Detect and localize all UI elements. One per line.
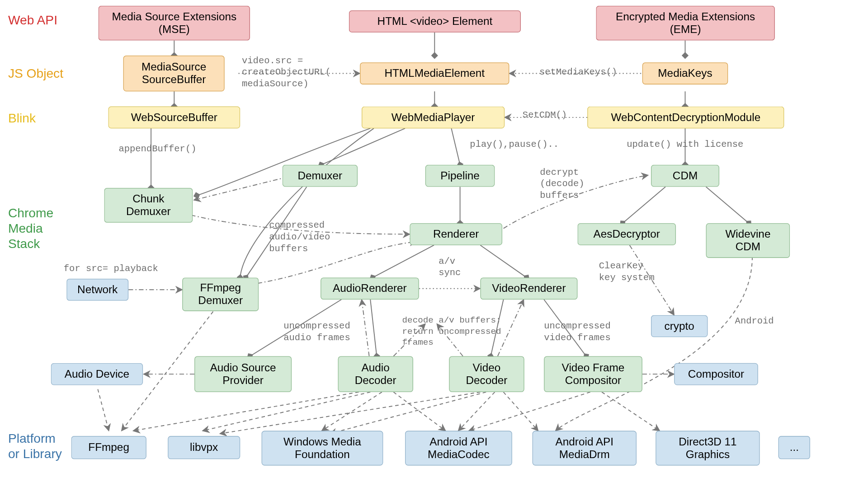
box-htmlmediaelement: HTMLMediaElement: [360, 62, 509, 84]
edge-compressed-buffers: compressed audio/video buffers: [269, 220, 330, 254]
svg-line-16: [706, 187, 749, 223]
svg-line-40: [330, 392, 486, 434]
box-wcd: WebContentDecryptionModule: [587, 107, 784, 129]
box-audiosourceprovider: Audio Source Provider: [194, 356, 292, 392]
edge-setmediakeys: setMediaKeys(): [539, 66, 617, 78]
box-websourcebuffer: WebSourceBuffer: [108, 107, 240, 129]
box-audiodevice: Audio Device: [51, 363, 143, 385]
svg-line-43: [469, 392, 590, 431]
edge-uncompressed-video: uncompressed video frames: [544, 320, 610, 343]
box-eme: Encrypted Media Extensions (EME): [596, 6, 775, 41]
box-wmf: Windows Media Foundation: [262, 431, 383, 466]
svg-line-18: [480, 245, 526, 278]
box-demuxer: Demuxer: [283, 165, 358, 187]
svg-line-44: [602, 392, 660, 431]
svg-line-42: [504, 392, 538, 431]
edge-clearkey: ClearKey key system: [599, 260, 655, 283]
svg-line-33: [98, 389, 108, 431]
box-webmediaplayer: WebMediaPlayer: [362, 107, 505, 129]
edge-video-src: video.src = createObjectURL( mediaSource…: [242, 55, 331, 90]
box-android-mediadrm: Android API MediaDrm: [533, 431, 637, 466]
svg-line-41: [458, 392, 495, 431]
box-mediasource: MediaSource SourceBuffer: [123, 56, 225, 91]
box-renderer: Renderer: [410, 223, 502, 245]
box-crypto: crypto: [651, 315, 708, 337]
box-mse: Media Source Extensions (MSE): [99, 6, 250, 41]
box-audiorenderer: AudioRenderer: [321, 277, 419, 300]
edge-android: Android: [735, 315, 774, 327]
edge-for-src-playback: for src= playback: [64, 263, 158, 275]
svg-line-17: [373, 245, 434, 278]
box-audiodecoder: Audio Decoder: [338, 356, 413, 392]
box-videorenderer: VideoRenderer: [480, 277, 577, 300]
box-ffmpegdemuxer: FFmpeg Demuxer: [182, 277, 259, 311]
box-cdm: CDM: [651, 165, 719, 187]
box-ffmpeg: FFmpeg: [71, 436, 146, 459]
edge-appendbuffer: appendBuffer(): [118, 143, 196, 155]
box-d3d11: Direct3D 11 Graphics: [656, 431, 760, 466]
box-compositor: Compositor: [674, 363, 758, 385]
edge-av-sync: a/v sync: [439, 256, 461, 279]
box-videoframecompositor: Video Frame Compositor: [544, 356, 642, 392]
edge-uncompressed-audio: uncompressed audio frames: [283, 320, 350, 343]
svg-line-23: [370, 300, 377, 356]
edge-decrypt-buffers: decrypt (decode) buffers: [540, 167, 584, 201]
box-aesdecryptor: AesDecryptor: [577, 223, 676, 245]
edge-setcdm: SetCDM(): [523, 109, 567, 121]
box-android-mediacodec: Android API MediaCodec: [405, 431, 512, 466]
box-network: Network: [66, 279, 128, 301]
svg-line-27: [498, 300, 524, 356]
edge-play-pause: play(),pause()..: [470, 139, 559, 150]
row-label-jsobj: JS Object: [8, 66, 63, 81]
svg-line-12: [451, 128, 460, 165]
row-label-webapi: Web API: [8, 13, 57, 28]
edge-update-license: update() with license: [627, 139, 743, 150]
svg-line-15: [623, 187, 665, 223]
box-video-element: HTML <video> Element: [349, 10, 521, 33]
box-more-platforms: ...: [778, 436, 810, 459]
row-label-chrome: Chrome Media Stack: [8, 206, 53, 252]
box-widevine: Widevine CDM: [706, 223, 790, 258]
row-label-blink: Blink: [8, 111, 36, 126]
row-label-platform: Platform or Library: [8, 431, 62, 462]
svg-line-36: [203, 392, 370, 431]
svg-line-26: [362, 300, 369, 356]
box-pipeline: Pipeline: [425, 165, 495, 187]
svg-line-38: [393, 392, 445, 431]
svg-line-37: [322, 392, 382, 431]
svg-line-13: [194, 177, 288, 200]
box-mediakeys: MediaKeys: [642, 62, 728, 84]
svg-line-35: [133, 392, 359, 431]
box-chunkdemuxer: Chunk Demuxer: [104, 188, 193, 223]
box-videodecoder: Video Decoder: [449, 356, 524, 392]
box-libvpx: libvpx: [168, 436, 240, 459]
edge-decode-buffers: decode a/v buffers; return uncompressed …: [402, 316, 501, 348]
svg-line-11: [321, 128, 405, 165]
svg-line-39: [220, 392, 480, 434]
